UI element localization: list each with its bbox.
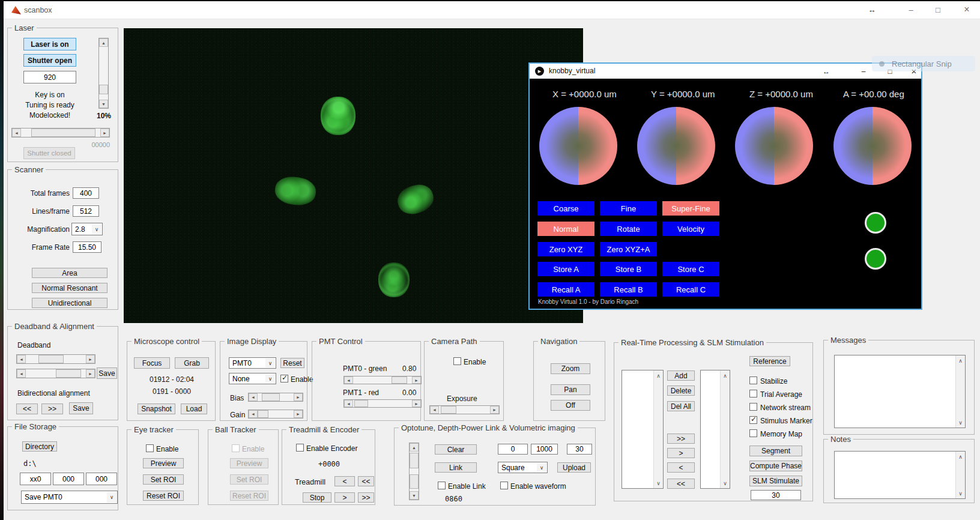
enable-link-checkbox[interactable] (438, 482, 446, 489)
listbox-scrollbar[interactable]: ∧ ∨ (955, 452, 965, 498)
off-button[interactable]: Off (551, 400, 590, 411)
snapshot-button[interactable]: Snapshot (138, 404, 175, 414)
x-knob[interactable] (539, 107, 617, 185)
zoom-button[interactable]: Zoom (551, 363, 590, 374)
slm-stimulate-button[interactable]: SLM Stimulate (749, 476, 802, 486)
arrow-right-icon[interactable]: ► (100, 128, 109, 137)
eye-reset-roi-button[interactable]: Reset ROI (143, 491, 184, 501)
slider-thumb[interactable] (392, 376, 407, 384)
channel-select[interactable]: PMT0 ∨ (229, 357, 276, 369)
unidirectional-button[interactable]: Unidirectional (32, 298, 107, 308)
recall-c-button[interactable]: Recall C (662, 282, 719, 297)
pmt1-slider[interactable]: ◄ ► (343, 399, 422, 408)
slider-thumb[interactable] (441, 406, 456, 414)
slider-thumb[interactable] (410, 474, 419, 489)
zero-xyz-button[interactable]: Zero XYZ (537, 242, 594, 256)
segment-button[interactable]: Segment (749, 446, 802, 456)
ball-reset-roi-button[interactable]: Reset ROI (230, 491, 268, 501)
opto-steps-input[interactable]: 30 (567, 444, 592, 455)
slider-thumb[interactable] (410, 453, 419, 468)
total-frames-input[interactable]: 400 (73, 187, 99, 199)
store-a-button[interactable]: Store A (537, 262, 594, 276)
laser-on-button[interactable]: Laser is on (23, 38, 76, 50)
slider-thumb[interactable] (258, 410, 268, 418)
coarse-button[interactable]: Coarse (537, 201, 594, 216)
load-button[interactable]: Load (181, 404, 207, 414)
stimulus-marker-checkbox[interactable] (749, 416, 757, 424)
delete-button[interactable]: Delete (667, 385, 695, 396)
upload-button[interactable]: Upload (557, 462, 591, 473)
arrow-down-icon[interactable]: ▼ (410, 491, 419, 500)
arrow-right-icon[interactable]: ► (490, 406, 499, 414)
arrow-left-icon[interactable]: ◄ (430, 406, 439, 414)
arrow-right-icon[interactable]: ► (294, 410, 303, 418)
arrow-up-icon[interactable]: ▲ (99, 38, 108, 47)
focus-button[interactable]: Focus (134, 357, 170, 369)
maximize-button[interactable]: □ (929, 3, 947, 16)
arrow-left-icon[interactable]: ◄ (17, 369, 26, 378)
treadmill-step-back-button[interactable]: < (334, 476, 355, 486)
reference-button[interactable]: Reference (749, 356, 790, 366)
frame-rate-input[interactable]: 15.50 (73, 241, 101, 253)
super-fine-button[interactable]: Super-Fine (662, 201, 719, 216)
move-right-button[interactable]: > (667, 448, 695, 458)
chevron-down-icon[interactable]: ∨ (956, 489, 965, 498)
directory-button[interactable]: Directory (22, 441, 57, 452)
listbox-scrollbar[interactable]: ∧ ∨ (720, 370, 730, 488)
bias-slider[interactable]: ◄ ► (248, 393, 303, 402)
deadband-slider-1[interactable]: ◄ ► (16, 354, 95, 364)
y-knob[interactable] (637, 107, 715, 185)
treadmill-fast-back-button[interactable]: << (358, 476, 374, 486)
chevron-down-icon[interactable]: ∨ (721, 479, 730, 488)
z-knob[interactable] (735, 107, 813, 185)
listbox-scrollbar[interactable]: ∧ ∨ (955, 355, 965, 428)
opto-max-input[interactable]: 1000 (531, 444, 558, 455)
arrow-left-icon[interactable]: ◄ (344, 400, 353, 407)
store-b-button[interactable]: Store B (600, 262, 657, 276)
notes-textarea[interactable]: ∧ ∨ (834, 451, 966, 499)
wavelength-input[interactable]: 920 (23, 71, 76, 83)
knobby-minimize-button[interactable]: – (855, 64, 872, 78)
slider-thumb[interactable] (262, 393, 280, 401)
arrow-left-icon[interactable]: ◄ (344, 376, 353, 384)
move-all-left-button[interactable]: << (667, 479, 695, 489)
chevron-up-icon[interactable]: ∧ (721, 371, 730, 380)
arrow-down-icon[interactable]: ▼ (99, 100, 108, 108)
resize-icon[interactable]: ↔ (863, 3, 881, 16)
opto-min-input[interactable]: 0 (498, 444, 528, 455)
velocity-button[interactable]: Velocity (662, 222, 719, 236)
area-button[interactable]: Area (32, 268, 107, 278)
reset-button[interactable]: Reset (280, 358, 304, 368)
encoder-enable-checkbox[interactable] (296, 444, 304, 452)
arrow-left-icon[interactable]: ◄ (249, 410, 258, 418)
exposure-slider[interactable]: ◄ ► (429, 405, 500, 414)
selection-listbox[interactable]: ∧ ∨ (700, 370, 730, 489)
chevron-down-icon[interactable]: ∨ (654, 479, 663, 488)
align-fwd-button[interactable]: >> (41, 404, 63, 414)
arrow-left-icon[interactable]: ◄ (249, 393, 258, 401)
enable-waveform-checkbox[interactable] (500, 482, 508, 489)
scan-image[interactable] (124, 28, 583, 323)
rotate-button[interactable]: Rotate (600, 222, 657, 236)
grab-button[interactable]: Grab (175, 357, 209, 369)
memory-map-checkbox[interactable] (749, 429, 757, 437)
arrow-left-icon[interactable]: ◄ (17, 355, 26, 363)
stabilize-checkbox[interactable] (749, 376, 757, 384)
shutter-closed-button[interactable]: Shutter closed (23, 147, 75, 159)
save-mode-select[interactable]: Save PMT0 ∨ (21, 491, 118, 504)
slider-thumb[interactable] (56, 369, 81, 378)
laser-power-vslider[interactable]: ▲ ▼ (98, 38, 109, 109)
treadmill-step-fwd-button[interactable]: > (334, 492, 355, 503)
eye-set-roi-button[interactable]: Set ROI (143, 474, 184, 485)
align-save-button[interactable]: Save (69, 402, 93, 414)
chevron-up-icon[interactable]: ∧ (956, 452, 965, 461)
lines-frame-input[interactable]: 512 (73, 205, 99, 217)
deadband-save-button[interactable]: Save (97, 367, 117, 379)
laser-hslider[interactable]: ◄ ► (11, 128, 110, 138)
align-back-button[interactable]: << (16, 404, 38, 414)
slider-thumb[interactable] (99, 85, 108, 94)
slider-thumb[interactable] (31, 128, 95, 137)
slm-value-input[interactable]: 30 (751, 490, 801, 500)
normal-resonant-button[interactable]: Normal Resonant (32, 283, 107, 293)
treadmill-stop-button[interactable]: Stop (303, 492, 331, 503)
